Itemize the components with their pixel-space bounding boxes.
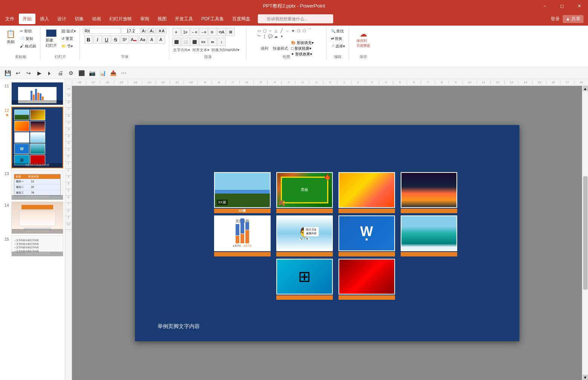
distributed-button[interactable]: ⩸ (208, 38, 217, 46)
cut-button[interactable]: ✂ 剪切 (18, 28, 38, 35)
shape-circle[interactable]: ○ (268, 28, 273, 33)
select-button[interactable]: ↗ 选择▾ (329, 43, 347, 50)
menu-baidu[interactable]: 百度网盘 (228, 14, 254, 24)
chart-button[interactable]: 📊 (98, 69, 107, 78)
image-card-10[interactable] (338, 259, 395, 300)
char-spacing-button[interactable]: Aa (139, 35, 147, 44)
replace-button[interactable]: ⇄ 替换 (329, 35, 344, 42)
shape-rectangle[interactable]: ▭ (256, 28, 262, 33)
image-card-2[interactable]: 黑板 🍁 🍂 (276, 172, 333, 213)
scroll-up-button[interactable]: ▲ (583, 86, 588, 91)
more-button[interactable]: ⋯ (119, 69, 128, 78)
shape-cloud[interactable]: ☁ (273, 34, 279, 39)
copy-button[interactable]: 📄 复制 (18, 35, 38, 42)
font-size-decrease[interactable]: A↓ (149, 28, 156, 34)
screen-button[interactable]: ⬛ (77, 69, 86, 78)
align-center-button[interactable]: ⬜ (181, 38, 190, 46)
slide-thumb-14[interactable]: 14 幻灯片下方文字内容 (2, 201, 63, 234)
shape-line[interactable]: ╱ (279, 28, 284, 33)
align-right-button[interactable]: ⬛ (190, 38, 199, 46)
camera-button[interactable]: 📷 (87, 69, 96, 78)
align-left-button[interactable]: ⬛ (172, 38, 181, 46)
strikethrough-button[interactable]: S (112, 35, 120, 44)
customize-button[interactable]: ⚙ (66, 69, 75, 78)
paste-button[interactable]: 📋 粘贴 (4, 28, 18, 46)
line-spacing-button[interactable]: ↕ (217, 38, 226, 46)
image-card-5[interactable]: 页面标题 (214, 215, 271, 256)
font-color-button[interactable]: A▬ (130, 35, 138, 44)
close-button[interactable]: ✕ (571, 0, 588, 12)
shape-star[interactable]: ★ (290, 28, 296, 33)
shape-outline-button[interactable]: □ 形状轮廓▾ (291, 46, 314, 51)
bullet-list-button[interactable]: ≡ (172, 28, 181, 36)
scroll-down-button[interactable]: ▼ (583, 375, 588, 380)
menu-insert[interactable]: 插入 (36, 14, 53, 24)
image-card-9[interactable]: ⊞ (276, 259, 333, 300)
shape-rounded-rect[interactable]: ▢ (262, 28, 267, 33)
text-direction-button[interactable]: ⟲A (217, 28, 226, 36)
clear-format-button[interactable]: ✕A (156, 28, 166, 34)
bold-button[interactable]: B (84, 35, 93, 44)
shape-arrow[interactable]: → (285, 28, 290, 33)
minimize-button[interactable]: − (536, 0, 553, 12)
image-card-7[interactable]: W ■ (338, 215, 395, 256)
find-button[interactable]: 🔍 查找 (329, 28, 346, 35)
restore-button[interactable]: ◻ (553, 0, 571, 12)
section-button[interactable]: 📁 节▾ (60, 43, 77, 50)
slideshow-current-button[interactable]: ⏵ (45, 69, 54, 78)
menu-animation[interactable]: 动画 (88, 14, 105, 24)
share-button[interactable]: ▲ 共享 (563, 15, 583, 23)
underline-button[interactable]: U (103, 35, 111, 44)
font-size-btn[interactable]: A (148, 35, 156, 44)
shape-curved[interactable]: ⌒ (307, 28, 312, 33)
scrollbar-vertical[interactable]: ▲ ▼ (582, 86, 588, 380)
shadow-button[interactable]: S² (121, 35, 129, 44)
menu-pdf[interactable]: PDF工具集 (198, 14, 228, 24)
slide-thumb-12[interactable]: 12★ W ⊞ 幻灯片下方文字内容 (2, 107, 63, 168)
shape-fill-button[interactable]: 🎨 形状填充▾ (291, 40, 314, 46)
shape-triangle[interactable]: △ (273, 28, 279, 33)
print-button[interactable]: 🖨 (56, 69, 65, 78)
font-color-btn2[interactable]: A (157, 35, 165, 44)
image-card-3[interactable] (338, 172, 395, 213)
shape-bracket[interactable]: [ (262, 34, 267, 39)
shape-pentagon[interactable]: ⬠ (302, 28, 307, 33)
slide-thumb-11[interactable]: 11 幻灯片下方文字内容 (2, 82, 63, 105)
font-name-input[interactable] (83, 28, 121, 34)
export-button[interactable]: 📤 (109, 69, 118, 78)
shape-more[interactable]: ▾ (279, 34, 284, 39)
column-button[interactable]: ⊪ (208, 28, 217, 36)
layout-button[interactable]: ▦ 版式▾ (60, 28, 77, 35)
font-size-increase[interactable]: A↑ (141, 28, 148, 34)
menu-slideshow[interactable]: 幻灯片放映 (106, 14, 136, 24)
increase-indent-button[interactable]: →≡ (199, 28, 208, 36)
shape-hexagon[interactable]: ⬡ (296, 28, 301, 33)
menu-home[interactable]: 开始 (19, 14, 35, 24)
menu-design[interactable]: 设计 (54, 14, 70, 24)
reset-button[interactable]: ↺ 重置 (60, 35, 77, 42)
menu-view[interactable]: 视图 (154, 14, 170, 24)
format-painter-button[interactable]: 🖌 格式刷 (18, 43, 38, 50)
decrease-indent-button[interactable]: ←≡ (190, 28, 199, 36)
new-slide-button[interactable]: 新建幻灯片 (43, 28, 59, 50)
slide-canvas[interactable]: XX摄 黑板 🍁 🍂 (72, 86, 582, 380)
font-size-input[interactable] (121, 28, 140, 34)
slideshow-start-button[interactable]: ▶ (35, 69, 44, 78)
image-card-1[interactable]: XX摄 (214, 172, 271, 213)
shape-callout[interactable]: 💬 (268, 34, 273, 39)
shape-wave[interactable]: 〜 (256, 34, 262, 39)
slide-thumb-13[interactable]: 13 标题 数值标题 项目一 11 项目二 22 项目三 76 幻灯片下方文字内… (2, 170, 63, 200)
slide-main[interactable]: XX摄 黑板 🍁 🍂 (135, 125, 519, 341)
search-input[interactable] (258, 14, 333, 23)
menu-developer[interactable]: 开发工具 (171, 14, 197, 24)
save-baidu-button[interactable]: ☁ 保存到百度网盘 (352, 28, 375, 50)
numbered-list-button[interactable]: 1≡ (181, 28, 190, 36)
italic-button[interactable]: I (93, 35, 102, 44)
login-button[interactable]: 登录 (551, 16, 560, 22)
smartart-button[interactable]: ⌘ (227, 28, 235, 36)
image-card-8[interactable] (401, 215, 457, 256)
slide-thumb-15[interactable]: 15 • 文字内容示例文字内容 • 文字内容示例文字内容 • 文字内容示例文字内… (2, 235, 63, 256)
image-card-4[interactable] (401, 172, 457, 213)
menu-transition[interactable]: 切换 (71, 14, 87, 24)
save-button[interactable]: 💾 (3, 69, 12, 78)
